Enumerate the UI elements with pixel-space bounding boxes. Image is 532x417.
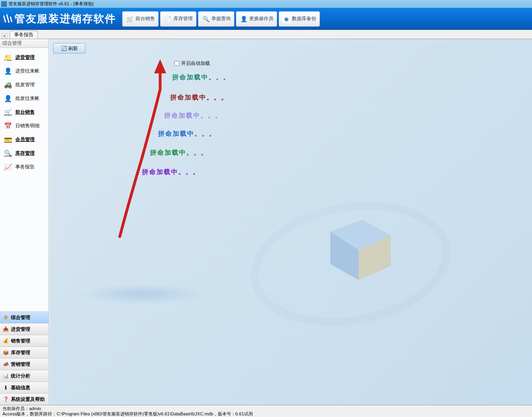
- status-bar: 当前操作员：admin Access版本，数据库路径：C:\Program Fi…: [0, 405, 532, 417]
- decorative-ellipse: [77, 284, 207, 304]
- person-icon: 👤: [3, 66, 13, 76]
- autoload-checkbox[interactable]: [174, 61, 179, 66]
- tool-bill-query[interactable]: 🔍 单据查询: [198, 11, 234, 27]
- tab-report[interactable]: 事务报告: [10, 31, 38, 39]
- document-icon: 📄: [164, 15, 172, 23]
- sidebar-item-wholesale[interactable]: 🚜批发管理: [1, 78, 48, 91]
- nav-baseinfo[interactable]: ℹ基础信息: [0, 382, 48, 393]
- magnifier-icon: 🔍: [3, 148, 13, 158]
- window-titlebar: 管友服装进销存管理软件 v6.61 - [事务报告]: [0, 0, 532, 8]
- window-title: 管友服装进销存管理软件 v6.61 - [事务报告]: [8, 1, 94, 7]
- gear-icon: ⚙: [2, 314, 9, 321]
- tool-switch-operator[interactable]: 👤 更换操作员: [236, 11, 277, 27]
- person-icon: 👤: [3, 93, 13, 103]
- autoload-option: 开启自动加载: [174, 60, 210, 67]
- logo-text: 管友服装进销存软件: [15, 12, 116, 26]
- folder-plus-icon: 📁: [3, 52, 13, 62]
- nav-stats[interactable]: 📊统计分析: [0, 370, 48, 382]
- sidebar-item-purchase[interactable]: 📁进货管理: [1, 50, 48, 64]
- sidebar-item-front-sales[interactable]: 🛒前台销售: [1, 105, 48, 119]
- autoload-label: 开启自动加载: [181, 60, 210, 67]
- sidebar-tree: 📁进货管理 👤进货往来帐 🚜批发管理 👤批发往来帐 🛒前台销售 📅日销售明细 💳…: [0, 48, 48, 311]
- marketing-icon: 📣: [2, 361, 9, 367]
- tool-front-sales[interactable]: 🛒 前台销售: [122, 11, 159, 27]
- user-swap-icon: 👤: [240, 15, 248, 23]
- member-card-icon: 💳: [3, 135, 13, 144]
- loading-message: 拼命加载中。。。: [150, 149, 208, 157]
- binoculars-icon: 🔍: [202, 15, 210, 23]
- arrow-graphic: [114, 57, 178, 239]
- refresh-icon: 🔄: [61, 46, 67, 51]
- sidebar-item-report[interactable]: 📈事务报告: [1, 160, 48, 174]
- cart-icon: 🛒: [126, 15, 134, 23]
- status-dbpath: Access版本，数据库路径：C:\Program Files (x86)\管友…: [2, 411, 530, 417]
- tool-inventory[interactable]: 📄 库存管理: [160, 11, 196, 27]
- sidebar-bottom-nav: ⚙综合管理 📥进货管理 💰销售管理 📦库存管理 📣营销管理 📊统计分析 ℹ基础信…: [0, 311, 48, 405]
- workspace: 综合管理 📁进货管理 👤进货往来帐 🚜批发管理 👤批发往来帐 🛒前台销售 📅日销…: [0, 39, 532, 405]
- forklift-icon: 🚜: [3, 80, 13, 89]
- database-icon: ◉: [282, 15, 290, 23]
- header-toolbar: 管友服装进销存软件 🛒 前台销售 📄 库存管理 🔍 单据查询 👤 更换操作员 ◉…: [0, 8, 532, 30]
- decorative-cube: [290, 216, 411, 296]
- tool-db-backup[interactable]: ◉ 数据库备份: [279, 11, 320, 27]
- app-icon: [1, 1, 7, 7]
- refresh-button[interactable]: 🔄 刷新: [53, 43, 86, 54]
- loading-message: 拼命加载中。。。: [164, 112, 222, 120]
- loading-message: 拼命加载中。。。: [142, 168, 200, 176]
- sidebar-item-members[interactable]: 💳会员管理: [1, 133, 48, 146]
- nav-purchase[interactable]: 📥进货管理: [0, 323, 48, 335]
- inbox-icon: 📥: [2, 326, 9, 332]
- app-logo: 管友服装进销存软件: [4, 12, 116, 26]
- sidebar-item-inventory[interactable]: 🔍库存管理: [1, 146, 48, 160]
- sales-icon: 💰: [2, 338, 9, 344]
- logo-mark-icon: [4, 13, 12, 25]
- info-icon: ℹ: [2, 384, 9, 391]
- loading-message: 拼命加载中。。。: [158, 130, 216, 138]
- box-icon: 📦: [2, 349, 9, 356]
- nav-marketing[interactable]: 📣营销管理: [0, 358, 48, 370]
- loading-message: 拼命加载中。。。: [170, 93, 228, 102]
- sidebar-item-purchase-ledger[interactable]: 👤进货往来帐: [1, 64, 48, 78]
- help-icon: ❓: [2, 396, 9, 402]
- chart-icon: 📈: [3, 162, 13, 172]
- nav-sales[interactable]: 💰销售管理: [0, 335, 48, 346]
- tab-close-button[interactable]: ✕: [2, 33, 7, 39]
- svg-marker-0: [154, 59, 166, 73]
- stats-icon: 📊: [2, 373, 9, 379]
- sidebar: 综合管理 📁进货管理 👤进货往来帐 🚜批发管理 👤批发往来帐 🛒前台销售 📅日销…: [0, 39, 49, 405]
- nav-inventory[interactable]: 📦库存管理: [0, 346, 48, 358]
- nav-settings-help[interactable]: ❓系统设置及帮助: [0, 393, 48, 405]
- sidebar-header: 综合管理: [0, 39, 48, 48]
- nav-general[interactable]: ⚙综合管理: [0, 311, 48, 323]
- cart-red-icon: 🛒: [3, 107, 13, 117]
- sidebar-item-daily-sales[interactable]: 📅日销售明细: [1, 119, 48, 133]
- content-area: 🔄 刷新 开启自动加载 拼命加载中。。。拼命加载中。。。拼命加载中。。。拼命加载…: [49, 39, 532, 405]
- document-tab-strip: ✕ 事务报告: [0, 30, 532, 39]
- sidebar-item-wholesale-ledger[interactable]: 👤批发往来帐: [1, 91, 48, 105]
- status-operator: 当前操作员：admin: [2, 406, 530, 411]
- calendar-grid-icon: 📅: [3, 121, 13, 131]
- loading-message: 拼命加载中。。。: [172, 73, 230, 82]
